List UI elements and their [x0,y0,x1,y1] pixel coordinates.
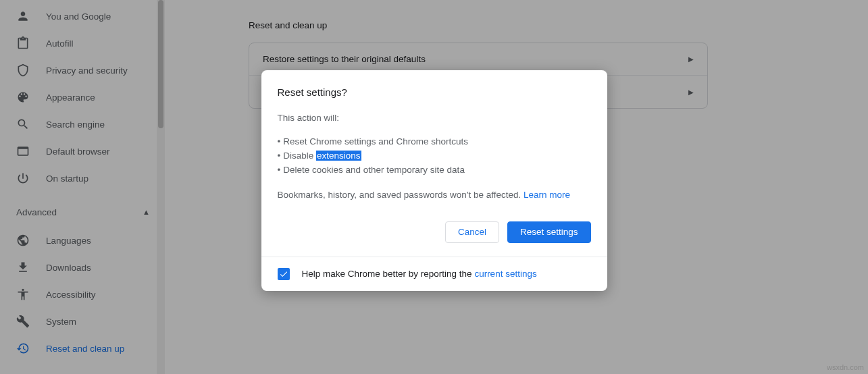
dialog-intro: This action will: [278,111,591,126]
watermark: wsxdn.com [827,363,864,371]
bullet-delete: Delete cookies and other temporary site … [283,163,465,178]
bullet-reset: Reset Chrome settings and Chrome shortcu… [283,135,468,149]
dialog-bullets: •Reset Chrome settings and Chrome shortc… [278,135,591,178]
dialog-title: Reset settings? [278,86,591,98]
footer-text: Help make Chrome better by reporting the… [302,269,537,279]
bullet-disable: Disable extensions [283,149,361,163]
dialog-note: Bookmarks, history, and saved passwords … [278,188,591,203]
dialog-footer: Help make Chrome better by reporting the… [261,257,607,291]
modal-overlay[interactable]: Reset settings? This action will: •Reset… [0,0,868,374]
cancel-button[interactable]: Cancel [445,221,499,243]
reset-settings-dialog: Reset settings? This action will: •Reset… [261,70,607,291]
current-settings-link[interactable]: current settings [474,269,536,279]
reset-settings-button[interactable]: Reset settings [507,221,591,243]
learn-more-link[interactable]: Learn more [524,190,570,200]
highlighted-text: extensions [316,151,361,161]
report-checkbox[interactable] [278,268,290,280]
